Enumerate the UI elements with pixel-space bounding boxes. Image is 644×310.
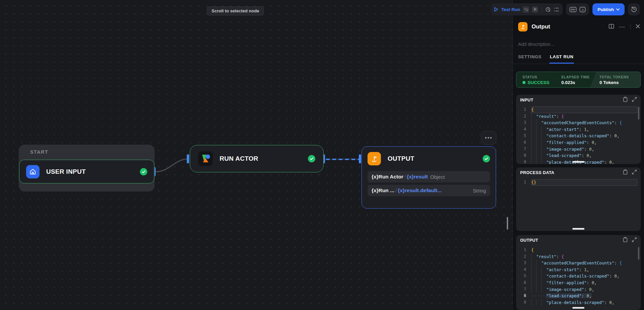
elapsed-time-value: 0.023s [561,80,599,85]
output-mapping-row[interactable]: {x}Run Actor/{x}resultObject [368,171,490,182]
code-line: 6"filter-applied": 0, [516,139,641,146]
copy-icon[interactable] [623,237,628,244]
test-run-group: Test Run ⌥ R [491,3,563,15]
code-line: 1{ [516,247,641,253]
test-run-button[interactable]: Test Run [501,7,520,12]
code-line: 1{} [516,179,641,186]
code-line: 2"result": { [516,253,641,260]
node-title: USER INPUT [46,168,86,175]
section-resize-handle[interactable] [572,307,584,309]
node-title: OUTPUT [388,155,414,162]
tabs-divider [513,64,644,64]
panel-more-options-button[interactable]: ··· [619,24,625,30]
process-data-section: PROCESS DATA 1{} [516,167,641,231]
code-line: 1{ [516,106,641,113]
top-toolbar: Test Run ⌥ R EN [491,3,640,15]
env-variables-group: ENV x [566,3,589,15]
success-check-icon [140,168,147,175]
copy-icon[interactable] [623,169,628,176]
expand-icon[interactable] [632,237,637,243]
toolbar-divider [542,7,542,12]
code-line: 5"contact-details-scraped": 0, [516,273,641,280]
runactor-input-handle[interactable] [187,154,189,163]
node-title: RUN ACTOR [220,155,258,162]
output-code-editor[interactable]: 1{2"result": {3"accountedChargedEventCou… [516,246,641,306]
output-mapping-rows: {x}Run Actor/{x}resultObject{x}Run .../{… [368,171,490,196]
code-line: 3"accountedChargedEventCounts": { [516,260,641,266]
variables-icon[interactable]: x [579,7,586,12]
section-resize-handle[interactable] [572,161,584,163]
input-section: INPUT 1{2"result": {3"accountedChargedEv… [516,95,641,164]
node-detail-panel: Output ··· Add description... SETTINGS L… [512,0,644,310]
output-input-handle[interactable] [359,154,361,163]
code-scrollbar[interactable] [638,107,639,120]
history-icon [631,6,637,12]
apify-actor-icon [198,151,213,166]
publish-button[interactable]: Publish [592,3,625,15]
success-check-icon [308,155,315,162]
node-user-input[interactable]: USER INPUT [19,160,154,183]
close-icon[interactable] [636,24,640,30]
shortcut-option-key: ⌥ [523,6,529,13]
total-tokens-value: 0 Tokens [599,80,640,85]
panel-header: Output ··· [518,20,640,33]
expand-icon[interactable] [632,97,637,103]
svg-text:ENV: ENV [571,8,576,11]
scroll-to-selected-node-button[interactable]: Scroll to selected node [207,6,264,15]
process-data-code-editor[interactable]: 1{} [516,178,641,186]
code-line: 4"actor-start": 1, [516,126,641,133]
code-line: 9"place-details-scraped": 0, [516,299,641,306]
code-line: 3"accountedChargedEventCounts": { [516,120,641,126]
copy-icon[interactable] [623,97,628,103]
description-placeholder[interactable]: Add description... [518,42,554,47]
panel-title: Output [532,23,550,30]
play-icon[interactable] [494,7,498,12]
workflow-builder-app: Scroll to selected node START USER INPUT [0,0,644,310]
chevron-down-icon [616,8,620,11]
history-button[interactable] [628,3,640,15]
section-resize-handle[interactable] [572,228,584,230]
code-line: 6"filter-applied": 0, [516,280,641,286]
edge-userinput-runactor [156,159,188,172]
scheduled-run-icon[interactable] [545,7,551,12]
status-label: STATUS [522,75,561,79]
env-icon[interactable]: ENV [569,7,577,12]
shortcut-r-key: R [532,6,538,13]
output-flag-icon [518,22,528,31]
run-status-card: STATUS SUCCESS ELAPSED TIME 0.023s TOTAL… [516,72,641,88]
tab-last-run[interactable]: LAST RUN [550,51,574,64]
code-line: 4"actor-start": 1, [516,266,641,273]
process-data-section-title: PROCESS DATA [520,170,554,175]
start-group-label: START [30,149,48,155]
code-line: 8······"lead-scraped": 0, [516,293,641,299]
code-line: 7"image-scraped": 0, [516,146,641,153]
code-line: 5"contact-details-scraped": 0, [516,133,641,139]
tab-settings[interactable]: SETTINGS [518,51,542,64]
node-more-options-button[interactable]: ••• [481,131,496,145]
input-code-editor[interactable]: 1{2"result": {3"accountedChargedEventCou… [516,105,641,164]
status-value: SUCCESS [522,80,561,85]
elapsed-time-label: ELAPSED TIME [561,75,599,79]
expand-icon[interactable] [632,170,637,176]
total-tokens-label: TOTAL TOKENS [599,75,640,79]
workflow-canvas[interactable]: Scroll to selected node START USER INPUT [0,0,512,310]
node-output[interactable]: OUTPUT {x}Run Actor/{x}resultObject{x}Ru… [361,146,496,209]
home-icon [26,165,39,178]
code-scrollbar[interactable] [638,247,639,260]
output-flag-icon [368,152,381,165]
output-section: OUTPUT 1{2"result": {3"accountedChargedE… [516,235,641,310]
code-line: 7"image-scraped": 0, [516,286,641,293]
output-mapping-row[interactable]: {x}Run .../{x}result.default...String [368,185,490,196]
panel-header-divider [630,24,631,29]
code-line: 2"result": { [516,113,641,120]
split-view-icon[interactable] [609,24,614,30]
input-section-title: INPUT [520,98,534,102]
edge-runactor-output [326,159,359,160]
svg-text:x: x [582,8,584,11]
node-run-actor[interactable]: RUN ACTOR [190,145,324,172]
output-section-title: OUTPUT [520,238,538,243]
panel-tabs: SETTINGS LAST RUN [518,51,573,64]
success-check-icon [483,155,490,162]
run-options-icon[interactable] [554,7,559,12]
canvas-vertical-scrollbar[interactable] [507,217,508,230]
